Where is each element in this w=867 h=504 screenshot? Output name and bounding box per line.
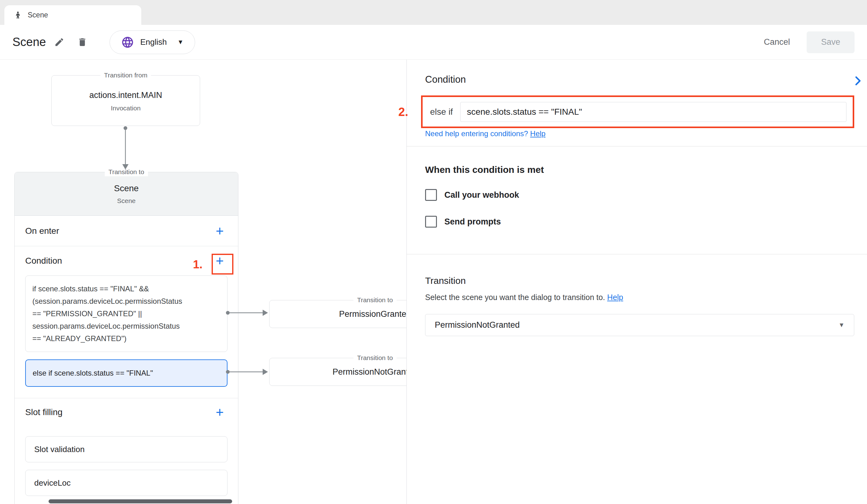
add-slot-button[interactable]: + [211, 403, 229, 421]
condition-item-1[interactable]: if scene.slots.status == "FINAL" && (ses… [25, 275, 227, 352]
language-label: English [140, 37, 167, 47]
chevron-down-icon: ▼ [178, 39, 184, 46]
person-icon [14, 11, 22, 19]
tab-scene[interactable]: Scene [4, 5, 141, 25]
add-on-enter-button[interactable]: + [211, 222, 229, 240]
target-scene-name: PermissionNotGranted [332, 367, 406, 377]
scene-node-subtitle: Scene [117, 197, 136, 205]
send-prompts-checkbox[interactable] [425, 216, 437, 228]
annotation-box-1 [212, 254, 233, 275]
chevron-right-icon [851, 74, 865, 88]
delete-scene-button[interactable] [73, 33, 92, 52]
condition-help-link[interactable]: Help [530, 129, 546, 138]
on-enter-section: On enter + [15, 216, 238, 246]
selected-scene-value: PermissionNotGranted [435, 320, 520, 330]
condition-item-2-selected[interactable]: else if scene.slots.status == "FINAL" [25, 359, 227, 387]
tab-label: Scene [28, 11, 48, 19]
chevron-down-icon: ▼ [838, 321, 845, 329]
header-actions: Cancel Save [761, 31, 855, 53]
scene-node-card: Transition to Scene Scene On enter + Con… [14, 172, 238, 504]
panel-header: Condition [425, 60, 854, 85]
divider [407, 146, 867, 146]
send-prompts-row: Send prompts [425, 216, 854, 228]
target-scene-name: PermissionGranted [339, 309, 406, 319]
main: Transition from actions.intent.MAIN Invo… [0, 60, 867, 504]
slot-validation-item[interactable]: Slot validation [25, 436, 227, 462]
condition-help-text: Need help entering conditions? [425, 129, 528, 138]
transition-target-permission-not-granted[interactable]: Transition to PermissionNotGranted [269, 358, 406, 386]
intent-subtitle: Invocation [52, 105, 200, 112]
trash-icon [77, 37, 87, 47]
send-prompts-label: Send prompts [445, 217, 501, 227]
divider [407, 254, 867, 254]
scene-node-title: Scene [114, 184, 139, 194]
transition-from-node[interactable]: Transition from actions.intent.MAIN Invo… [51, 75, 200, 126]
annotation-label-1: 1. [193, 258, 203, 271]
transition-from-label: Transition from [100, 71, 151, 80]
intent-name: actions.intent.MAIN [52, 90, 200, 100]
call-webhook-checkbox[interactable] [425, 189, 437, 201]
annotation-label-2: 2. [398, 105, 408, 119]
slot-deviceloc-item[interactable]: deviceLoc [25, 470, 227, 496]
transition-heading: Transition [425, 275, 854, 286]
save-button[interactable]: Save [807, 31, 855, 53]
transition-helper-sentence: Select the scene you want the dialog to … [425, 293, 605, 302]
scene-flow-canvas: Transition from actions.intent.MAIN Invo… [0, 60, 406, 504]
tab-strip: Scene [0, 0, 867, 25]
transition-to-label: Transition to [354, 353, 397, 362]
transition-target-permission-granted[interactable]: Transition to PermissionGranted [269, 300, 406, 328]
condition-section-header: Condition + [15, 246, 238, 275]
language-selector[interactable]: English ▼ [109, 31, 195, 54]
globe-icon [121, 36, 134, 49]
transition-scene-select[interactable]: PermissionNotGranted ▼ [425, 314, 854, 336]
transition-to-label: Transition to [354, 296, 397, 304]
panel-title: Condition [425, 74, 854, 85]
transition-help-link[interactable]: Help [607, 293, 623, 302]
horizontal-scrollbar[interactable] [49, 499, 232, 503]
condition-panel: Condition 2. else if scene.slots.status … [406, 60, 867, 504]
header: Scene English ▼ Cancel Save [0, 25, 867, 60]
condition-prefix-label: else if [430, 107, 453, 117]
slot-filling-section-header: Slot filling + [15, 398, 238, 426]
edit-scene-button[interactable] [50, 33, 69, 52]
condition-expression-input[interactable]: scene.slots.status == "FINAL" [460, 102, 846, 122]
annotation-box-2: 2. else if scene.slots.status == "FINAL" [421, 96, 854, 128]
call-webhook-row: Call your webhook [425, 189, 854, 201]
page-title: Scene [12, 35, 46, 49]
collapse-panel-button[interactable] [850, 73, 865, 88]
transition-to-label: Transition to [105, 167, 148, 176]
call-webhook-label: Call your webhook [445, 190, 519, 200]
when-condition-met-heading: When this condition is met [425, 164, 854, 175]
transition-helper-text: Select the scene you want the dialog to … [425, 293, 854, 302]
pencil-icon [54, 37, 64, 47]
condition-section-title: Condition [25, 256, 62, 266]
slot-filling-title: Slot filling [25, 407, 63, 417]
condition-help-line: Need help entering conditions? Help [425, 129, 854, 138]
scene-node-header: Scene Scene [15, 172, 238, 216]
on-enter-title: On enter [25, 226, 59, 236]
cancel-button[interactable]: Cancel [761, 33, 793, 51]
